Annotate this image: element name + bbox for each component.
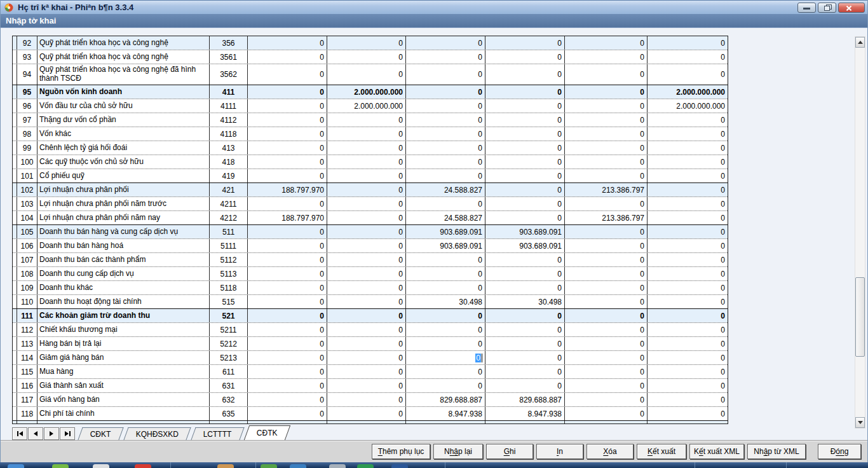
value-cell[interactable]: 0 [565, 127, 648, 141]
taskbar-icon[interactable] [217, 464, 234, 468]
value-cell[interactable]: 2.000.000.000 [648, 85, 728, 99]
print-button[interactable]: In [536, 444, 583, 459]
value-cell[interactable]: 0 [485, 267, 565, 280]
value-cell[interactable]: 89.671.590 [406, 421, 485, 424]
value-cell[interactable]: 0 [565, 281, 648, 294]
value-cell[interactable]: 0 [248, 407, 327, 420]
value-cell[interactable]: 0 [648, 421, 728, 424]
value-cell[interactable]: 0 [248, 50, 327, 64]
value-cell[interactable]: 0 [648, 127, 728, 141]
value-cell[interactable]: 30.498 [485, 295, 565, 308]
value-cell[interactable]: 0 [406, 85, 485, 99]
value-cell[interactable]: 0 [648, 365, 728, 378]
value-cell[interactable]: 0 [327, 211, 406, 224]
value-cell[interactable]: 0 [485, 337, 565, 350]
value-cell[interactable]: 30.498 [406, 295, 485, 308]
value-cell[interactable]: 0 [565, 99, 648, 113]
row-selector-gutter[interactable] [13, 183, 17, 196]
nav-last-button[interactable] [60, 427, 75, 440]
value-cell[interactable]: 0 [485, 113, 565, 127]
value-cell[interactable]: 0 [565, 253, 648, 266]
taskbar-icon[interactable] [357, 464, 374, 468]
value-cell[interactable]: 0 [485, 99, 565, 113]
value-cell[interactable]: 2.000.000.000 [327, 99, 406, 113]
value-cell[interactable]: 0 [248, 85, 327, 99]
value-cell[interactable]: 0 [485, 183, 565, 196]
value-cell[interactable]: 0 [327, 407, 406, 420]
value-cell[interactable]: 0 [327, 239, 406, 252]
scroll-up-button[interactable] [855, 37, 865, 48]
value-cell[interactable]: 0 [406, 337, 485, 350]
value-cell[interactable]: 0 [327, 267, 406, 280]
value-cell[interactable]: 0 [327, 337, 406, 350]
taskbar-icon[interactable] [329, 464, 346, 468]
value-cell[interactable]: 0 [648, 253, 728, 266]
value-cell[interactable]: 0 [406, 50, 485, 64]
tab-kqhđsxkd[interactable]: KQHĐSXKD [123, 427, 191, 440]
value-cell[interactable]: 0 [327, 351, 406, 364]
value-cell[interactable]: 0 [565, 365, 648, 378]
value-cell[interactable]: 2.000.000.000 [327, 85, 406, 99]
value-cell[interactable]: 0 [327, 155, 406, 169]
value-cell[interactable]: 0 [648, 211, 728, 224]
row-selector-gutter[interactable] [13, 127, 17, 141]
row-selector-gutter[interactable] [13, 211, 17, 224]
value-cell[interactable]: 0 [648, 36, 728, 50]
value-cell[interactable]: 0 [485, 197, 565, 210]
value-cell[interactable]: 0 [406, 99, 485, 113]
value-cell[interactable]: 0 [327, 141, 406, 155]
value-cell[interactable]: 0 [648, 225, 728, 238]
value-cell[interactable]: 24.588.827 [406, 183, 485, 196]
value-cell[interactable]: 0 [327, 50, 406, 64]
value-cell[interactable]: 0 [248, 295, 327, 308]
value-cell[interactable]: 0 [485, 379, 565, 392]
value-cell[interactable]: 0 [327, 169, 406, 182]
value-cell[interactable]: 0 [406, 36, 485, 50]
nav-first-button[interactable] [12, 427, 27, 440]
row-selector-gutter[interactable] [13, 155, 17, 169]
value-cell[interactable]: 0 [248, 36, 327, 50]
close-form-button[interactable]: Đóng [818, 444, 861, 459]
value-cell[interactable]: 0 [248, 323, 327, 336]
value-cell[interactable]: 0 [485, 36, 565, 50]
value-cell[interactable]: 903.689.091 [406, 225, 485, 238]
value-cell[interactable]: 0 [648, 64, 728, 85]
value-cell[interactable]: 0 [406, 323, 485, 336]
value-cell[interactable]: 0 [565, 337, 648, 350]
nav-previous-button[interactable] [28, 427, 43, 440]
value-cell[interactable]: 0 [565, 295, 648, 308]
value-cell[interactable]: 0 [327, 281, 406, 294]
value-cell[interactable]: 0 [327, 379, 406, 392]
row-selector-gutter[interactable] [13, 64, 17, 85]
row-selector-gutter[interactable] [13, 323, 17, 336]
value-cell[interactable]: 0 [248, 99, 327, 113]
value-cell[interactable]: 0 [648, 309, 728, 322]
value-cell[interactable]: 903.689.091 [485, 225, 565, 238]
value-cell[interactable]: 0 [327, 393, 406, 406]
export-button[interactable]: Kết xuất [637, 444, 686, 459]
value-cell[interactable]: 0 [485, 141, 565, 155]
value-cell[interactable]: 0 [485, 365, 565, 378]
row-selector-gutter[interactable] [13, 295, 17, 308]
row-selector-gutter[interactable] [13, 379, 17, 392]
value-cell[interactable]: 0 [565, 379, 648, 392]
taskbar[interactable] [0, 462, 868, 468]
value-cell[interactable]: 0 [248, 239, 327, 252]
value-cell[interactable]: 0 [248, 365, 327, 378]
value-cell[interactable]: 0 [406, 379, 485, 392]
scrollbar-thumb[interactable] [855, 277, 865, 357]
value-cell[interactable]: 0 [327, 225, 406, 238]
value-cell[interactable]: 0 [327, 365, 406, 378]
row-selector-gutter[interactable] [13, 225, 17, 238]
value-cell[interactable]: 0 [327, 64, 406, 85]
row-selector-gutter[interactable] [13, 407, 17, 420]
value-cell[interactable]: 0 [406, 155, 485, 169]
re-enter-button[interactable]: Nhập lại [433, 444, 483, 459]
value-cell[interactable]: 0 [406, 267, 485, 280]
value-cell[interactable]: 0 [248, 155, 327, 169]
delete-button[interactable]: Xóa [587, 444, 634, 459]
taskbar-icon[interactable] [52, 464, 69, 468]
value-cell[interactable]: 0 [648, 407, 728, 420]
value-cell[interactable]: 0 [406, 365, 485, 378]
value-cell[interactable]: 0 [406, 197, 485, 210]
